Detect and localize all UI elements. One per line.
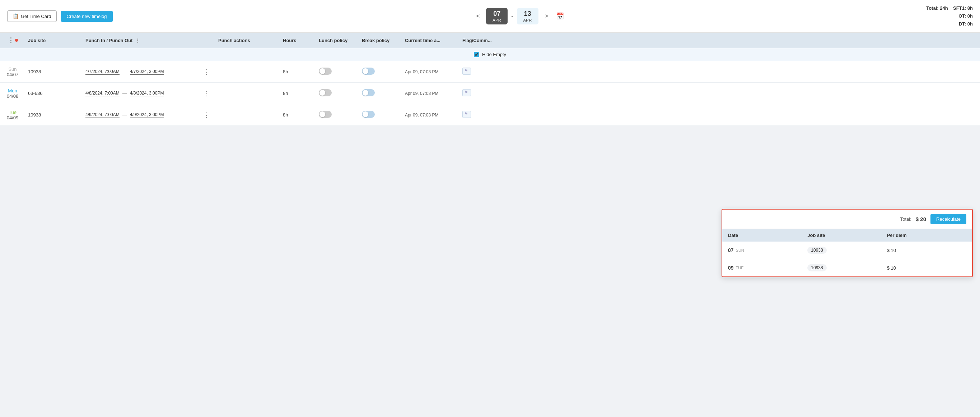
create-timelog-label: Create new timelog bbox=[67, 14, 107, 19]
header-dots-icon[interactable]: ⋮ bbox=[8, 36, 14, 44]
row-dots-icon[interactable]: ⋮ bbox=[203, 68, 210, 76]
break-toggle[interactable] bbox=[362, 89, 375, 96]
end-date-badge: 13 APR bbox=[517, 8, 538, 24]
day-date: 04/07 bbox=[3, 72, 22, 77]
per-diem-col-jobsite: Job site bbox=[807, 233, 887, 238]
hours-value: 8h bbox=[283, 91, 288, 96]
hide-empty-checkbox[interactable] bbox=[474, 52, 479, 57]
per-diem-amount: $ 10 bbox=[887, 265, 966, 271]
per-diem-col-amount: Per diem bbox=[887, 233, 966, 238]
current-time-value: Apr 09, 07:08 PM bbox=[405, 112, 438, 118]
flag-button[interactable] bbox=[462, 67, 471, 75]
punch-out-value: 4/9/2024, 3:00PM bbox=[130, 112, 164, 118]
break-toggle[interactable] bbox=[362, 67, 375, 75]
calendar-icon[interactable]: 📅 bbox=[555, 11, 565, 22]
recalculate-button[interactable]: Recalculate bbox=[931, 214, 966, 224]
per-diem-row: 09 TUE 10938 $ 10 bbox=[722, 259, 972, 276]
hours-col: 8h bbox=[280, 86, 316, 100]
day-date: 04/08 bbox=[3, 93, 22, 99]
lunch-policy-col bbox=[316, 106, 359, 123]
header-punch-actions: Punch actions bbox=[215, 38, 280, 43]
header-punch: Punch In / Punch Out ⋮ bbox=[83, 38, 197, 43]
per-diem-table-header: Date Job site Per diem bbox=[722, 229, 972, 241]
punch-actions-col bbox=[215, 111, 280, 119]
jobsite-cell: 63-636 bbox=[25, 86, 83, 100]
lunch-toggle[interactable] bbox=[319, 67, 332, 75]
prev-date-button[interactable]: < bbox=[474, 11, 482, 21]
ot-stat: OT: 0h bbox=[926, 12, 973, 20]
per-diem-body: 07 SUN 10938 $ 10 09 TUE 10938 $ 10 bbox=[722, 241, 972, 276]
per-diem-date: 07 SUN bbox=[728, 247, 807, 253]
punch-col: 4/8/2024, 7:00AM — 4/8/2024, 3:00PM bbox=[83, 86, 197, 101]
punch-dash: — bbox=[123, 91, 127, 96]
per-diem-jobsite: 10938 bbox=[807, 264, 887, 272]
punch-out-value: 4/7/2024, 3:00PM bbox=[130, 69, 164, 75]
main-content: ⋮ Job site Punch In / Punch Out ⋮ Punch … bbox=[0, 33, 980, 284]
per-diem-panel: Total: $ 20 Recalculate Date Job site Pe… bbox=[722, 209, 973, 277]
flag-col bbox=[460, 63, 495, 80]
current-time-col: Apr 09, 07:08 PM bbox=[402, 108, 460, 122]
jobsite-cell: 10938 bbox=[25, 65, 83, 79]
create-timelog-button[interactable]: Create new timelog bbox=[61, 11, 113, 22]
header-menu-col: ⋮ bbox=[0, 36, 25, 44]
dt-label: DT: bbox=[959, 21, 966, 27]
punch-in-value: 4/9/2024, 7:00AM bbox=[86, 112, 119, 118]
hide-empty-row: Hide Empty bbox=[0, 48, 980, 61]
row-dots-col: ⋮ bbox=[197, 107, 215, 123]
header-punch-label: Punch In / Punch Out bbox=[86, 38, 132, 43]
jobsite-value: 10938 bbox=[28, 69, 41, 74]
total-value: 24h bbox=[940, 5, 948, 11]
hours-col: 8h bbox=[280, 65, 316, 79]
next-date-button[interactable]: > bbox=[542, 11, 551, 21]
row-dots-icon[interactable]: ⋮ bbox=[203, 111, 210, 119]
per-diem-amount: $ 10 bbox=[887, 248, 966, 253]
day-name: Sun bbox=[3, 67, 22, 72]
header-jobsite: Job site bbox=[25, 38, 83, 43]
per-diem-jobsite-value: 10938 bbox=[807, 247, 826, 254]
header-hours: Hours bbox=[280, 38, 316, 43]
table-header: ⋮ Job site Punch In / Punch Out ⋮ Punch … bbox=[0, 33, 980, 48]
dt-value: 0h bbox=[967, 21, 973, 27]
date-separator: - bbox=[511, 13, 513, 19]
end-day-num: 13 bbox=[522, 10, 533, 18]
jobsite-cell: 10938 bbox=[25, 108, 83, 122]
punch-in-value: 4/8/2024, 7:00AM bbox=[86, 91, 119, 96]
break-policy-col bbox=[359, 106, 402, 123]
lunch-toggle[interactable] bbox=[319, 111, 332, 118]
header-red-dot bbox=[15, 39, 18, 42]
start-day-num: 07 bbox=[491, 10, 503, 18]
punch-col: 4/9/2024, 7:00AM — 4/9/2024, 3:00PM bbox=[83, 108, 197, 122]
lunch-toggle[interactable] bbox=[319, 89, 332, 96]
current-time-value: Apr 09, 07:08 PM bbox=[405, 91, 438, 96]
table-row: Sun 04/07 10938 4/7/2024, 7:00AM — 4/7/2… bbox=[0, 61, 980, 83]
break-toggle[interactable] bbox=[362, 111, 375, 118]
end-month: APR bbox=[522, 18, 533, 22]
flag-col bbox=[460, 106, 495, 123]
current-time-value: Apr 09, 07:08 PM bbox=[405, 69, 438, 74]
per-diem-total-value: $ 20 bbox=[916, 216, 926, 222]
lunch-policy-col bbox=[316, 85, 359, 102]
per-diem-jobsite-value: 10938 bbox=[807, 264, 826, 272]
header-current-time: Current time a... bbox=[402, 38, 460, 43]
current-time-col: Apr 09, 07:08 PM bbox=[402, 65, 460, 79]
day-date: 04/09 bbox=[3, 115, 22, 120]
punch-col-dots[interactable]: ⋮ bbox=[135, 38, 140, 43]
header-lunch: Lunch policy bbox=[316, 38, 359, 43]
flag-button[interactable] bbox=[462, 89, 471, 96]
per-diem-col-date: Date bbox=[728, 233, 807, 238]
day-name: Mon bbox=[3, 88, 22, 93]
hide-empty-label: Hide Empty bbox=[482, 52, 506, 57]
stats-area: Total: 24h SFT1: 8h OT: 0h DT: 0h bbox=[926, 4, 973, 28]
total-label: Total: bbox=[926, 5, 939, 11]
table-row: Tue 04/09 10938 4/9/2024, 7:00AM — 4/9/2… bbox=[0, 104, 980, 126]
per-diem-jobsite: 10938 bbox=[807, 247, 887, 254]
per-diem-day-label: TUE bbox=[736, 266, 744, 270]
punch-dash: — bbox=[123, 69, 127, 74]
lunch-policy-col bbox=[316, 63, 359, 80]
day-cell: Sun 04/07 bbox=[0, 62, 25, 81]
row-dots-icon[interactable]: ⋮ bbox=[203, 89, 210, 97]
sft1-label: SFT1: bbox=[953, 5, 966, 11]
get-time-card-button[interactable]: 📋 Get Time Card bbox=[7, 10, 57, 22]
hours-value: 8h bbox=[283, 112, 288, 118]
flag-button[interactable] bbox=[462, 111, 471, 118]
